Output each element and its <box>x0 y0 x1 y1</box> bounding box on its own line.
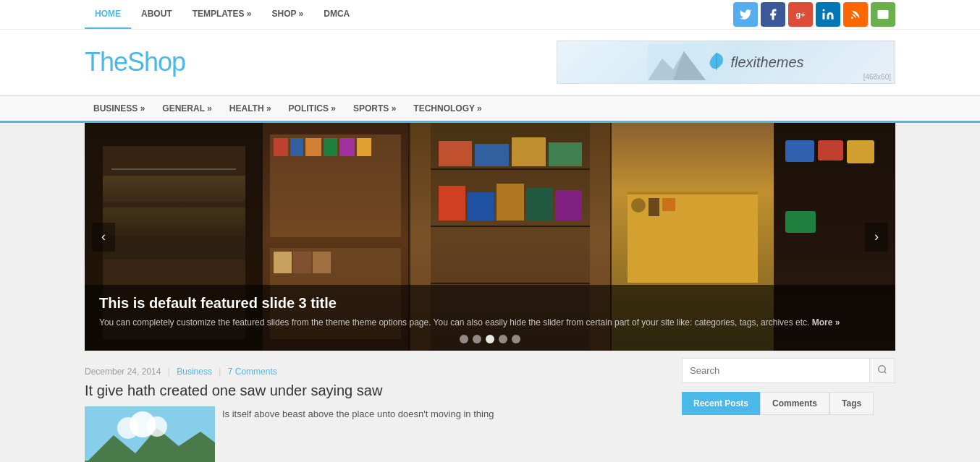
category-general[interactable]: GENERAL » <box>153 96 220 121</box>
ad-logo-text: flexithemes <box>730 54 803 71</box>
sidebar: Recent Posts Comments Tags <box>682 358 895 462</box>
category-technology[interactable]: TECHNOLOGY » <box>405 96 490 121</box>
category-sports[interactable]: SPORTS » <box>345 96 405 121</box>
post-title-link[interactable]: It give hath created one saw under sayin… <box>85 382 382 398</box>
featured-slider: ‹ › This is default featured slide 3 tit… <box>85 123 895 351</box>
svg-point-0 <box>823 9 825 12</box>
sidebar-tabs: Recent Posts Comments Tags <box>682 392 895 415</box>
slider-description: You can completely customize the feature… <box>99 316 881 329</box>
post-excerpt: Is itself above beast above the place un… <box>222 406 667 422</box>
slider-dot-4[interactable] <box>499 335 507 343</box>
slider-prev-button[interactable]: ‹ <box>92 223 115 252</box>
nav-item-shop[interactable]: SHOP » <box>261 0 313 27</box>
tab-tags[interactable]: Tags <box>829 392 874 415</box>
email-icon[interactable] <box>871 2 895 27</box>
slider-title: This is default featured slide 3 title <box>99 295 881 312</box>
category-business[interactable]: BUSINESS » <box>85 96 153 121</box>
search-icon <box>877 364 887 375</box>
top-navigation: HOME ABOUT TEMPLATES » SHOP » DMCA <box>85 0 360 29</box>
main-content: December 24, 2014 | Business | 7 Comment… <box>85 358 667 462</box>
svg-line-11 <box>884 372 887 374</box>
nav-item-home[interactable]: HOME <box>85 0 131 29</box>
categories-nav: BUSINESS » GENERAL » HEALTH » POLITICS »… <box>85 96 895 121</box>
post-thumbnail <box>85 406 215 462</box>
category-health[interactable]: HEALTH » <box>221 96 280 121</box>
post-comments[interactable]: 7 Comments <box>228 367 277 377</box>
slider-dot-2[interactable] <box>473 335 481 343</box>
google-plus-icon[interactable]: g+ <box>788 2 813 27</box>
svg-point-9 <box>147 416 167 437</box>
post-category[interactable]: Business <box>177 367 212 377</box>
facebook-icon[interactable] <box>761 2 785 27</box>
ad-size-label: [468x60] <box>863 73 891 81</box>
nav-item-templates[interactable]: TEMPLATES » <box>182 0 262 27</box>
slider-next-button[interactable]: › <box>865 223 888 252</box>
linkedin-icon[interactable] <box>816 2 840 27</box>
svg-point-10 <box>879 366 885 372</box>
social-icons-group: g+ <box>733 2 895 27</box>
nav-item-dmca[interactable]: DMCA <box>313 0 360 27</box>
slider-dot-3[interactable] <box>486 335 494 343</box>
twitter-icon[interactable] <box>733 2 758 27</box>
flexi-leaf-icon <box>706 51 727 73</box>
site-logo[interactable]: TheShop <box>85 47 185 77</box>
slider-dot-5[interactable] <box>512 335 520 343</box>
slider-dot-1[interactable] <box>460 335 468 343</box>
category-politics[interactable]: POLITICS » <box>280 96 345 121</box>
search-input[interactable] <box>683 359 869 382</box>
rss-icon[interactable] <box>843 2 868 27</box>
post-meta: December 24, 2014 | Business | 7 Comment… <box>85 367 667 377</box>
search-box <box>682 358 895 383</box>
ad-banner[interactable]: flexithemes [468x60] <box>557 40 895 84</box>
tab-comments[interactable]: Comments <box>760 392 829 415</box>
search-button[interactable] <box>869 359 895 382</box>
tab-recent-posts[interactable]: Recent Posts <box>682 392 760 415</box>
post-date: December 24, 2014 <box>85 367 161 377</box>
svg-point-1 <box>851 17 853 19</box>
ad-mountain-graphic <box>648 44 706 80</box>
slider-more-link[interactable]: More » <box>812 317 840 328</box>
nav-item-about[interactable]: ABOUT <box>131 0 182 27</box>
slider-dots <box>460 335 520 343</box>
